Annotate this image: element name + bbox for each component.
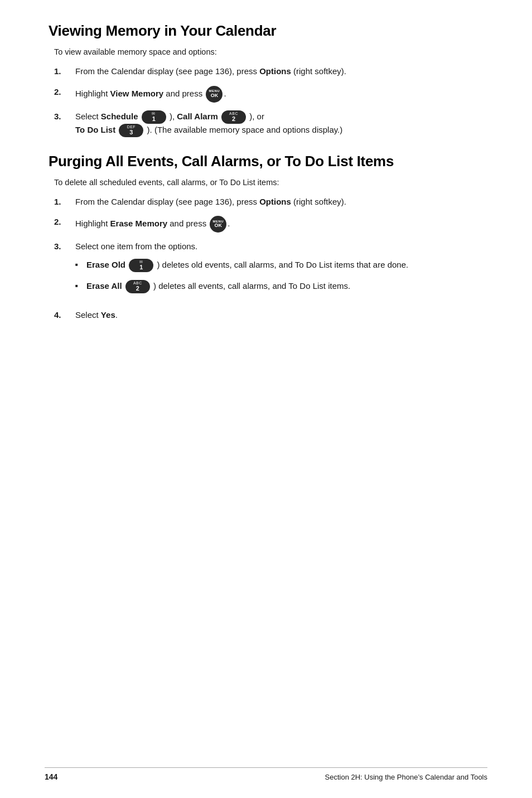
step-bold-schedule: Schedule — [101, 112, 138, 121]
step-number: 2. — [54, 86, 71, 99]
key-badge-erase-all: ABC 2 — [125, 280, 150, 293]
step-bold: Options — [259, 66, 291, 76]
sub-item-erase-old: Erase Old ✉ 1 ) deletes old events, call… — [75, 259, 483, 272]
step-text-before: Highlight — [75, 219, 110, 228]
key-top: DEF — [127, 125, 136, 129]
step-1-viewing: 1. From the Calendar display (see page 1… — [54, 65, 483, 78]
step-text-after: and press — [163, 88, 202, 98]
key-inner: ABC 2 — [133, 281, 142, 292]
step-bold: Erase Memory — [110, 219, 168, 228]
key-badge-3: DEF 3 — [119, 124, 143, 137]
step-text-before: Highlight — [75, 88, 110, 98]
key-badge-2: ABC 2 — [221, 110, 246, 124]
step-text-before: From the Calendar display (see page 136)… — [75, 197, 259, 206]
key-main: 1 — [152, 115, 156, 122]
key-inner: DEF 3 — [127, 125, 136, 136]
sub-bold: Erase All — [86, 281, 122, 291]
step-text-end: ). (The available memory space and optio… — [147, 125, 343, 134]
step-content: Select one item from the options. Erase … — [75, 240, 483, 301]
page-content: Viewing Memory in Your Calendar To view … — [49, 22, 483, 321]
step-text-after: . — [115, 310, 118, 320]
step-number: 2. — [54, 216, 71, 229]
sub-item-erase-all: Erase All ABC 2 ) deletes all events, ca… — [75, 280, 483, 293]
step-content: From the Calendar display (see page 136)… — [75, 65, 483, 78]
steps-list-purging: 1. From the Calendar display (see page 1… — [54, 196, 483, 322]
step-bold: View Memory — [110, 88, 164, 98]
sub-bold: Erase Old — [86, 260, 125, 269]
key-badge-erase-old: ✉ 1 — [129, 259, 153, 272]
ok-label: OK — [215, 223, 223, 229]
key-main: 3 — [129, 129, 133, 136]
step-number: 3. — [54, 110, 71, 123]
section-intro-viewing: To view available memory space and optio… — [54, 47, 483, 56]
key-inner: ✉ 1 — [139, 260, 143, 271]
key-top: ABC — [229, 112, 238, 116]
page-footer: 144 Section 2H: Using the Phone’s Calend… — [45, 767, 487, 781]
section-intro-purging: To delete all scheduled events, call ala… — [54, 178, 483, 187]
step-number: 4. — [54, 309, 71, 322]
key-top: ABC — [133, 281, 142, 286]
section-title-purging: Purging All Events, Call Alarms, or To D… — [49, 153, 483, 170]
step-text-after: and press — [167, 219, 206, 228]
step-number: 1. — [54, 65, 71, 78]
key-main: 1 — [139, 264, 143, 270]
step-bold-todolist: To Do List — [75, 125, 115, 134]
key-badge-1: ✉ 1 — [142, 110, 166, 124]
sub-text: ) deletes old events, call alarms, and T… — [157, 260, 408, 269]
section-viewing-memory: Viewing Memory in Your Calendar To view … — [49, 22, 483, 137]
step-content: Select Yes. — [75, 309, 483, 322]
step-content: Highlight Erase Memory and press MENU OK… — [75, 216, 483, 233]
step-number: 1. — [54, 196, 71, 209]
key-top: ✉ — [139, 260, 143, 264]
step-bold-callalarm: Call Alarm — [177, 112, 218, 121]
step-content: Highlight View Memory and press MENU OK … — [75, 86, 483, 103]
step-1-purging: 1. From the Calendar display (see page 1… — [54, 196, 483, 209]
step-text-before: From the Calendar display (see page 136)… — [75, 66, 259, 76]
step-4-purging: 4. Select Yes. — [54, 309, 483, 322]
step-bold: Yes — [101, 310, 115, 320]
key-main: 2 — [232, 115, 235, 122]
step-content: From the Calendar display (see page 136)… — [75, 196, 483, 209]
step-text-after: (right softkey). — [291, 66, 346, 76]
menu-ok-badge: MENU OK — [206, 86, 223, 103]
step-3-viewing: 3. Select Schedule ✉ 1 ), Call Alarm ABC… — [54, 110, 483, 137]
steps-list-viewing: 1. From the Calendar display (see page 1… — [54, 65, 483, 137]
key-main: 2 — [136, 285, 139, 292]
section-title-viewing-memory: Viewing Memory in Your Calendar — [49, 22, 483, 40]
sub-list: Erase Old ✉ 1 ) deletes old events, call… — [75, 259, 483, 293]
menu-ok-badge: MENU OK — [210, 216, 226, 233]
step-number: 3. — [54, 240, 71, 253]
step-text-mid1: ), — [170, 112, 177, 121]
sub-content: Erase Old ✉ 1 ) deletes old events, call… — [86, 259, 483, 272]
step-text-mid2: ), or — [249, 112, 264, 121]
step-2-purging: 2. Highlight Erase Memory and press MENU… — [54, 216, 483, 233]
key-inner: ABC 2 — [229, 112, 238, 123]
step-text-before: Select — [75, 310, 101, 320]
step-text-after: (right softkey). — [291, 197, 346, 206]
ok-label: OK — [211, 93, 219, 99]
step-content: Select Schedule ✉ 1 ), Call Alarm ABC 2 — [75, 110, 483, 137]
key-inner: ✉ 1 — [152, 112, 156, 123]
step-text-plain: Select one item from the options. — [75, 241, 197, 251]
sub-content: Erase All ABC 2 ) deletes all events, ca… — [86, 280, 483, 293]
step-text-select: Select — [75, 112, 101, 121]
footer-page-number: 144 — [45, 772, 57, 781]
footer-section-text: Section 2H: Using the Phone’s Calendar a… — [325, 773, 487, 781]
section-purging: Purging All Events, Call Alarms, or To D… — [49, 153, 483, 322]
step-3-purging: 3. Select one item from the options. Era… — [54, 240, 483, 301]
key-top: ✉ — [152, 112, 156, 116]
sub-text: ) deletes all events, call alarms, and T… — [153, 281, 350, 291]
step-bold: Options — [259, 197, 291, 206]
step-2-viewing: 2. Highlight View Memory and press MENU … — [54, 86, 483, 103]
